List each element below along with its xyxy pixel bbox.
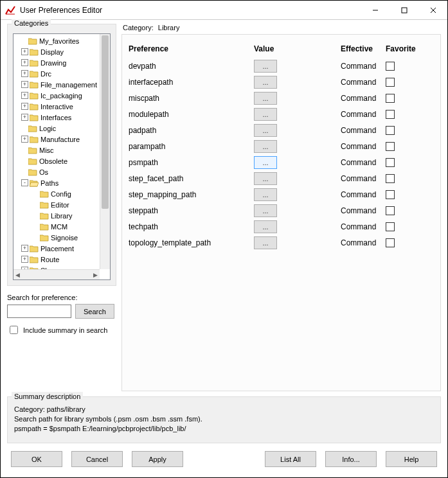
tree-item[interactable]: +Interactive [15, 101, 100, 112]
pref-favorite-checkbox[interactable] [386, 62, 395, 71]
tree-item[interactable]: Library [15, 210, 100, 221]
pref-name: devpath [129, 62, 254, 71]
collapse-icon[interactable]: - [21, 179, 28, 186]
tree-item[interactable]: Obsolete [15, 155, 100, 166]
tree-item[interactable]: Misc [15, 145, 100, 155]
pref-favorite-checkbox[interactable] [386, 126, 395, 135]
pref-favorite-checkbox[interactable] [386, 78, 395, 87]
pref-favorite-checkbox[interactable] [386, 206, 395, 215]
pref-effective: Command [341, 174, 386, 183]
pref-effective: Command [341, 94, 386, 103]
pref-effective: Command [341, 190, 386, 199]
tree-item[interactable]: +Placement [15, 243, 100, 254]
pref-value-button[interactable]: ... [254, 156, 277, 169]
expand-icon[interactable]: + [21, 81, 28, 88]
category-value: Library [158, 24, 180, 31]
tree-item[interactable]: -Paths [15, 177, 100, 188]
header-value: Value [254, 44, 341, 53]
window-title: User Preferences Editor [20, 6, 102, 15]
pref-value-button[interactable]: ... [254, 92, 277, 105]
folder-icon [28, 37, 37, 45]
expand-icon[interactable]: + [21, 59, 28, 66]
expand-icon[interactable]: + [21, 245, 28, 252]
categories-tree[interactable]: My_favorites+Display+Drawing+Drc+File_ma… [13, 33, 111, 280]
category-bar: Category: Library [121, 24, 441, 34]
tree-item[interactable]: Config [15, 188, 100, 199]
expand-icon[interactable]: + [21, 103, 28, 110]
pref-effective: Command [341, 158, 386, 167]
tree-item[interactable]: Os [15, 166, 100, 177]
tree-item[interactable]: +Route [15, 254, 100, 265]
expand-icon[interactable]: + [21, 136, 28, 143]
folder-icon [28, 146, 37, 154]
pref-value-button[interactable]: ... [254, 204, 277, 217]
pref-favorite-checkbox[interactable] [386, 142, 395, 151]
pref-effective: Command [341, 206, 386, 215]
tree-item[interactable]: Editor [15, 199, 100, 210]
tree-item[interactable]: Logic [15, 123, 100, 134]
tree-item[interactable]: MCM [15, 221, 100, 232]
pref-value-button[interactable]: ... [254, 220, 277, 233]
expand-icon[interactable]: + [21, 48, 28, 55]
pref-favorite-checkbox[interactable] [386, 238, 395, 247]
expand-icon[interactable]: + [21, 70, 28, 77]
pref-effective: Command [341, 62, 386, 71]
tree-item[interactable]: Signoise [15, 232, 100, 243]
info-button[interactable]: Info... [325, 451, 377, 467]
categories-label: Categories [12, 19, 51, 27]
expand-icon[interactable]: + [21, 92, 28, 99]
include-summary-checkbox[interactable] [10, 326, 18, 334]
pref-name: miscpath [129, 94, 254, 103]
search-button[interactable]: Search [75, 304, 114, 319]
pref-value-button[interactable]: ... [254, 172, 277, 185]
pref-value-button[interactable]: ... [254, 76, 277, 89]
ok-button[interactable]: OK [11, 451, 62, 467]
tree-item[interactable]: +File_management [15, 79, 100, 90]
pref-favorite-checkbox[interactable] [386, 174, 395, 183]
window: User Preferences Editor Categories My_fa… [0, 0, 448, 478]
pref-name: techpath [129, 222, 254, 231]
tree-item-label: Ic_packaging [40, 92, 82, 100]
pref-name: step_facet_path [129, 174, 254, 183]
pref-value-button[interactable]: ... [254, 124, 277, 137]
tree-item[interactable]: +Shapes [15, 265, 100, 269]
folder-icon [30, 136, 39, 143]
tree-item[interactable]: +Display [15, 46, 100, 57]
apply-button[interactable]: Apply [132, 451, 183, 467]
pref-value-button[interactable]: ... [254, 140, 277, 153]
tree-item-label: Editor [51, 201, 69, 209]
pref-name: psmpath [129, 158, 254, 167]
tree-item[interactable]: +Ic_packaging [15, 90, 100, 101]
expand-icon[interactable]: + [21, 114, 28, 121]
tree-vertical-scrollbar[interactable] [100, 34, 110, 269]
close-button[interactable] [418, 1, 447, 20]
pref-favorite-checkbox[interactable] [386, 222, 395, 231]
tree-item[interactable]: +Manufacture [15, 134, 100, 145]
pref-favorite-checkbox[interactable] [386, 190, 395, 199]
tree-item[interactable]: +Drc [15, 68, 100, 79]
pref-value-button[interactable]: ... [254, 236, 277, 249]
list-all-button[interactable]: List All [265, 451, 316, 467]
svg-rect-1 [402, 8, 407, 13]
tree-item[interactable]: My_favorites [15, 35, 100, 46]
search-input[interactable] [7, 305, 71, 318]
tree-item[interactable]: +Drawing [15, 57, 100, 68]
pref-favorite-checkbox[interactable] [386, 158, 395, 167]
pref-value-button[interactable]: ... [254, 188, 277, 201]
maximize-button[interactable] [390, 1, 418, 20]
tree-item-label: Config [51, 190, 71, 198]
tree-item[interactable]: +Interfaces [15, 112, 100, 123]
minimize-button[interactable] [361, 1, 390, 20]
cancel-button[interactable]: Cancel [71, 451, 123, 467]
help-button[interactable]: Help [386, 451, 437, 467]
pref-value-button[interactable]: ... [254, 108, 277, 121]
folder-icon [30, 92, 39, 100]
tree-horizontal-scrollbar[interactable]: ◀▶ [13, 269, 100, 279]
pref-favorite-checkbox[interactable] [386, 94, 395, 103]
expand-icon[interactable]: + [21, 256, 28, 263]
pref-effective: Command [341, 142, 386, 151]
pref-value-button[interactable]: ... [254, 60, 277, 73]
tree-item-label: Drc [40, 70, 51, 78]
tree-item-label: MCM [51, 223, 67, 231]
pref-favorite-checkbox[interactable] [386, 110, 395, 119]
